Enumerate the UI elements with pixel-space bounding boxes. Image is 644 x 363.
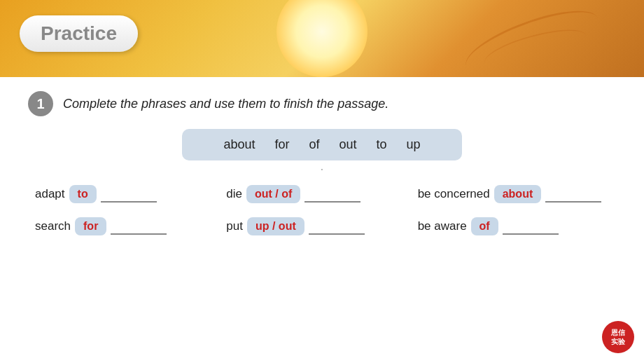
underline-put (309, 218, 365, 235)
word-bank-item: for (274, 137, 289, 152)
underline-be-concerned (545, 186, 601, 203)
watermark: 恩信 实验 (602, 321, 634, 353)
practice-title: Practice (20, 15, 138, 52)
main-content: 1 Complete the phrases and use them to f… (0, 77, 644, 249)
exercise-item-put: putup / out (226, 217, 417, 235)
exercise-label-adapt: adapt (35, 187, 65, 201)
word-bank-item: of (309, 137, 319, 152)
word-bank-item: about (223, 137, 255, 152)
header: Practice (0, 0, 644, 77)
underline-die (304, 186, 360, 203)
exercise-label-put: put (226, 219, 243, 233)
exercise-label-die: die (226, 187, 242, 201)
exercise-label-search: search (35, 219, 71, 233)
answer-badge-be-concerned: about (494, 185, 542, 203)
exercises-grid: adapttodieout / ofbe concernedaboutsearc… (28, 185, 616, 235)
number-badge: 1 (28, 91, 53, 116)
answer-badge-die: out / of (246, 185, 300, 203)
word-bank-item: to (377, 137, 387, 152)
exercise-item-adapt: adaptto (35, 185, 226, 203)
watermark-line2: 实验 (611, 337, 625, 346)
exercise-label-be-aware: be aware (418, 219, 467, 233)
separator: • (28, 166, 616, 172)
underline-be-aware (503, 218, 559, 235)
word-bank: aboutforofouttoup (182, 129, 462, 160)
exercise-item-die: dieout / of (226, 185, 417, 203)
exercise-item-search: searchfor (35, 217, 226, 235)
underline-adapt (101, 186, 157, 203)
exercise-item-be-concerned: be concernedabout (418, 185, 609, 203)
instruction-row: 1 Complete the phrases and use them to f… (28, 91, 616, 116)
answer-badge-adapt: to (69, 185, 97, 203)
word-bank-item: up (407, 137, 421, 152)
exercise-item-be-aware: be awareof (418, 217, 609, 235)
instruction-text: Complete the phrases and use them to fin… (63, 97, 388, 111)
answer-badge-put: up / out (247, 217, 304, 235)
answer-badge-be-aware: of (471, 217, 498, 235)
exercise-label-be-concerned: be concerned (418, 187, 490, 201)
underline-search (111, 218, 167, 235)
watermark-line1: 恩信 (611, 328, 625, 337)
word-bank-item: out (340, 137, 357, 152)
answer-badge-search: for (75, 217, 106, 235)
